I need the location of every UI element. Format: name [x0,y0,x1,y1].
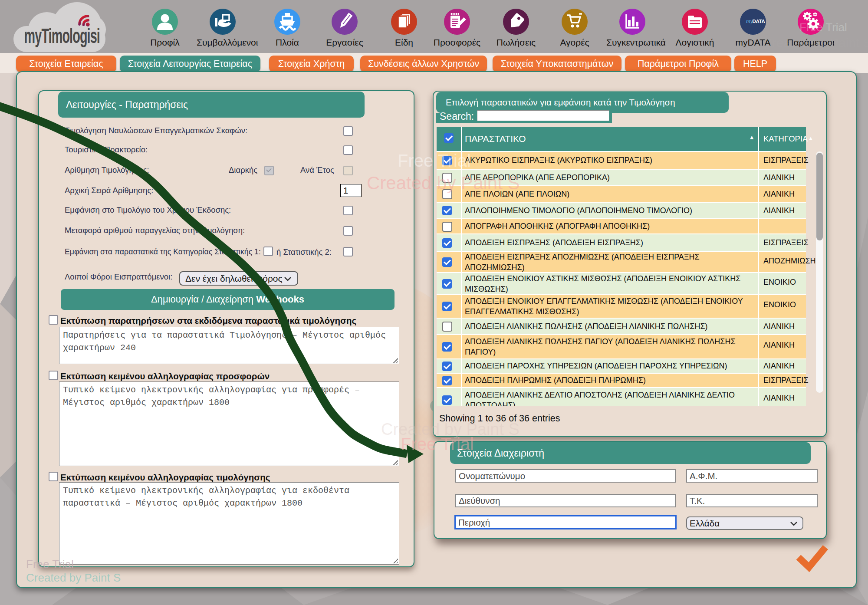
svg-text:my: my [746,18,753,24]
svg-text:DATA: DATA [753,19,765,24]
